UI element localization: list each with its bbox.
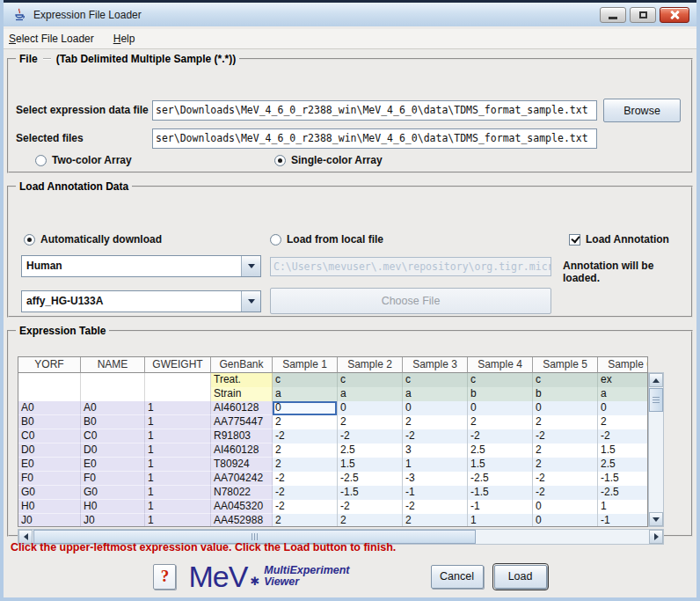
gene-info-cell[interactable]: J0 (81, 514, 145, 527)
gene-info-cell[interactable]: AI460128 (211, 401, 273, 415)
gene-info-cell[interactable]: A0 (81, 401, 145, 415)
expression-cell[interactable]: 2 (533, 458, 598, 472)
gene-info-cell[interactable]: 1 (145, 514, 211, 527)
annotation-value-cell[interactable]: a (273, 387, 338, 401)
menu-select-file-loader[interactable]: Select File Loader (9, 33, 94, 45)
gene-info-cell[interactable]: C0 (81, 429, 145, 443)
annotation-label-cell[interactable]: Strain (211, 387, 273, 401)
menu-help[interactable]: Help (113, 33, 135, 45)
gene-info-cell[interactable]: B0 (81, 415, 145, 429)
gene-info-cell[interactable]: F0 (18, 472, 81, 486)
expression-cell[interactable]: -2 (338, 429, 403, 443)
vertical-scrollbar-thumb[interactable] (649, 388, 663, 412)
expression-cell[interactable]: 2 (338, 415, 403, 429)
gene-info-cell[interactable]: N78022 (211, 486, 273, 500)
expression-cell[interactable]: -2 (273, 500, 338, 514)
expression-cell[interactable]: 1.5 (338, 458, 403, 472)
column-header[interactable]: Sample 6 (598, 357, 648, 373)
expression-cell[interactable]: -1 (598, 514, 648, 527)
expression-cell[interactable]: -2 (273, 472, 338, 486)
annotation-label-cell[interactable]: Treat. (211, 373, 273, 387)
gene-info-cell[interactable]: 1 (145, 458, 211, 472)
gene-info-cell[interactable]: F0 (81, 472, 145, 486)
gene-info-cell[interactable]: T80924 (211, 458, 273, 472)
annotation-value-cell[interactable]: c (468, 373, 533, 387)
browse-button[interactable]: Browse (603, 99, 681, 122)
expression-cell[interactable]: -2 (273, 429, 338, 443)
annotation-value-cell[interactable]: c (403, 373, 468, 387)
expression-cell[interactable]: 0 (598, 401, 648, 415)
expression-cell[interactable]: -1.5 (598, 472, 648, 486)
radio-load-from-local-file[interactable]: Load from local file (270, 233, 383, 246)
expression-cell[interactable]: 1 (403, 458, 468, 472)
expression-cell[interactable]: -1.5 (338, 486, 403, 500)
annotation-value-cell[interactable]: a (598, 387, 648, 401)
expression-cell[interactable]: -1 (468, 500, 533, 514)
expression-cell[interactable]: -2 (468, 429, 533, 443)
gene-info-cell[interactable]: 1 (145, 443, 211, 458)
gene-info-cell[interactable]: E0 (18, 458, 81, 472)
gene-info-cell[interactable]: AA045320 (211, 500, 273, 514)
scroll-right-button[interactable] (649, 530, 663, 544)
expression-cell[interactable]: 0 (468, 401, 533, 415)
expression-cell[interactable]: 2 (468, 415, 533, 429)
help-button[interactable]: ? (153, 564, 176, 590)
gene-info-cell[interactable]: R91803 (211, 429, 273, 443)
annotation-value-cell[interactable]: b (533, 387, 598, 401)
gene-info-cell[interactable]: E0 (81, 458, 145, 472)
expression-cell[interactable]: -2 (403, 429, 468, 443)
annotation-value-cell[interactable]: a (403, 387, 468, 401)
expression-cell[interactable]: 1 (598, 500, 648, 514)
expression-cell[interactable]: -2 (533, 486, 598, 500)
annotation-value-cell[interactable]: c (273, 373, 338, 387)
gene-info-cell[interactable]: A0 (18, 401, 81, 415)
column-header[interactable]: Sample 5 (533, 357, 598, 373)
expression-cell[interactable]: -2.5 (338, 472, 403, 486)
expression-cell[interactable]: 0 (533, 401, 598, 415)
expression-cell[interactable]: 2 (273, 514, 338, 527)
expression-cell[interactable]: 2.5 (338, 443, 403, 458)
expression-cell[interactable]: -2 (403, 500, 468, 514)
scroll-up-button[interactable] (649, 373, 663, 387)
expression-cell[interactable]: 2 (533, 443, 598, 458)
expression-file-input[interactable]: ser\Downloads\MeV_4_6_0_r2388_win\MeV_4_… (152, 100, 597, 121)
expression-cell[interactable]: -2 (598, 429, 648, 443)
radio-automatically-download[interactable]: Automatically download (24, 233, 162, 246)
radio-two-color-array[interactable]: Two-color Array (35, 154, 132, 166)
column-header[interactable]: GenBank (211, 357, 273, 373)
expression-cell[interactable]: -2.5 (468, 472, 533, 486)
expression-cell[interactable]: -2 (533, 429, 598, 443)
gene-info-cell[interactable]: 1 (145, 429, 211, 443)
expression-cell[interactable]: 2 (273, 458, 338, 472)
column-header[interactable]: GWEIGHT (145, 357, 211, 373)
gene-info-cell[interactable]: 1 (145, 401, 211, 415)
expression-cell[interactable]: 1.5 (598, 443, 648, 458)
gene-info-cell[interactable]: G0 (81, 486, 145, 500)
expression-cell[interactable]: 0 (533, 514, 598, 527)
gene-info-cell[interactable]: H0 (18, 500, 81, 514)
gene-info-cell[interactable]: J0 (18, 514, 81, 527)
expression-cell[interactable]: -2 (533, 472, 598, 486)
expression-cell[interactable]: 2.5 (468, 443, 533, 458)
load-button[interactable]: Load (494, 565, 547, 589)
expression-cell[interactable]: -2.5 (598, 486, 648, 500)
expression-cell[interactable]: -1 (403, 486, 468, 500)
expression-cell[interactable]: 0 (533, 500, 598, 514)
expression-cell[interactable]: 2 (273, 415, 338, 429)
radio-single-color-array[interactable]: Single-color Array (274, 154, 383, 166)
expression-cell[interactable]: 3 (403, 443, 468, 458)
gene-info-cell[interactable]: D0 (18, 443, 81, 458)
choose-file-button[interactable]: Choose File (270, 288, 551, 314)
gene-info-cell[interactable]: AI460128 (211, 443, 273, 458)
gene-info-cell[interactable]: G0 (18, 486, 81, 500)
expression-cell[interactable]: 2 (273, 443, 338, 458)
gene-info-cell[interactable]: AA775447 (211, 415, 273, 429)
annotation-value-cell[interactable]: a (338, 387, 403, 401)
expression-cell[interactable]: 0 (403, 401, 468, 415)
minimize-button[interactable] (600, 7, 626, 23)
column-header[interactable]: NAME (81, 357, 145, 373)
expression-cell[interactable]: 2 (403, 415, 468, 429)
maximize-button[interactable] (630, 7, 656, 23)
expression-cell[interactable]: -1.5 (468, 486, 533, 500)
column-header[interactable]: Sample 2 (338, 357, 403, 373)
